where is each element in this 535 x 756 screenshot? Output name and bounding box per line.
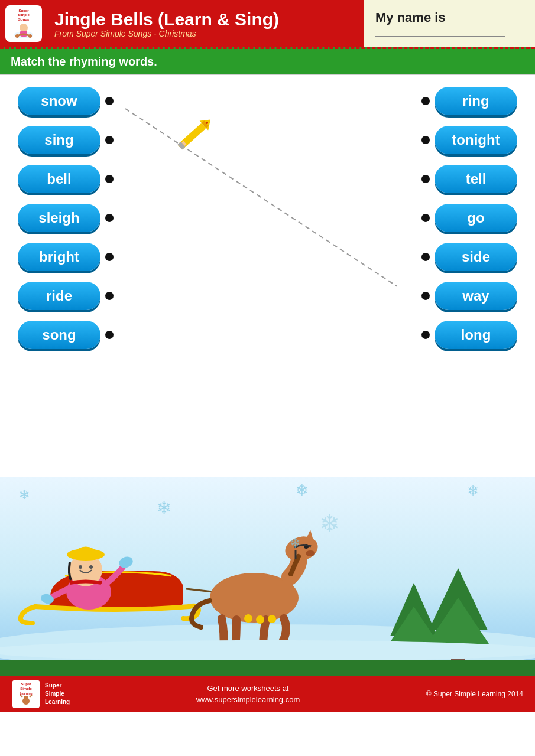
word-button-bright[interactable]: bright	[18, 243, 100, 271]
word-item-go: go	[421, 204, 517, 232]
word-button-way[interactable]: way	[435, 282, 517, 310]
word-button-tonight[interactable]: tonight	[435, 126, 517, 154]
header-title-section: Jingle Bells (Learn & Sing) From Super S…	[47, 0, 364, 47]
footer-green-strip	[0, 660, 535, 676]
word-button-side[interactable]: side	[435, 243, 517, 271]
name-box: My name is	[364, 0, 535, 47]
svg-point-36	[24, 696, 28, 700]
snowflake-4: ❄	[319, 509, 340, 538]
dot-tonight	[421, 136, 430, 144]
logo-illustration	[12, 22, 35, 38]
header-logo: Super Simple Songs	[0, 0, 47, 47]
dot-way	[421, 292, 430, 300]
word-item-song: song	[18, 321, 114, 349]
snowflake-1: ❄	[19, 487, 30, 503]
dot-long	[421, 331, 430, 339]
word-button-go[interactable]: go	[435, 204, 517, 232]
snowflake-3: ❄	[296, 481, 309, 500]
dot-tell	[421, 175, 430, 183]
footer-logo: Super Simple Learning Super Simple Learn…	[12, 680, 70, 708]
page-subtitle: From Super Simple Songs - Christmas	[54, 29, 356, 38]
svg-marker-22	[306, 530, 313, 540]
word-item-long: long	[421, 321, 517, 349]
svg-point-25	[244, 614, 252, 623]
footer-website: www.supersimplelearning.com	[196, 694, 300, 706]
word-button-ring[interactable]: ring	[435, 87, 517, 115]
word-item-tonight: tonight	[421, 126, 517, 154]
svg-line-38	[30, 695, 32, 697]
snowflake-6: ❄	[290, 536, 300, 551]
page-title: Jingle Bells (Learn & Sing)	[54, 9, 356, 29]
word-item-bell: bell	[18, 165, 114, 193]
svg-point-4	[28, 34, 32, 38]
name-line[interactable]	[375, 36, 505, 37]
word-button-sing[interactable]: sing	[18, 126, 100, 154]
word-item-sleigh: sleigh	[18, 204, 114, 232]
svg-point-3	[15, 34, 19, 38]
word-item-side: side	[421, 243, 517, 271]
scene-svg	[0, 477, 535, 660]
instruction-text: Match the rhyming words.	[11, 55, 157, 68]
main-content: snow sing bell sleigh bright ride	[0, 75, 535, 465]
svg-point-17	[89, 565, 93, 569]
footer-get-more: Get more worksheets at	[196, 683, 300, 695]
footer-center: Get more worksheets at www.supersimplele…	[196, 683, 300, 706]
dot-bell	[105, 175, 114, 183]
dot-ring	[421, 97, 430, 105]
word-button-ride[interactable]: ride	[18, 282, 100, 310]
dot-go	[421, 214, 430, 222]
word-item-sing: sing	[18, 126, 114, 154]
svg-point-26	[256, 615, 264, 624]
footer: Super Simple Learning Super Simple Learn…	[0, 676, 535, 712]
svg-line-37	[20, 695, 22, 697]
snowflake-5: ❄	[467, 483, 479, 499]
word-columns: snow sing bell sleigh bright ride	[0, 87, 535, 349]
logo-line2: Simple	[18, 13, 30, 17]
word-button-tell[interactable]: tell	[435, 165, 517, 193]
instruction-bar: Match the rhyming words.	[0, 47, 535, 75]
svg-point-21	[283, 533, 320, 564]
footer-logo-label: Super Simple Learning	[45, 682, 70, 706]
footer-logo-box: Super Simple Learning	[12, 680, 40, 708]
word-button-sleigh[interactable]: sleigh	[18, 204, 100, 232]
word-button-long[interactable]: long	[435, 321, 517, 349]
svg-point-24	[306, 550, 315, 556]
word-item-ride: ride	[18, 282, 114, 310]
word-item-snow: snow	[18, 87, 114, 115]
dot-sing	[105, 136, 114, 144]
dot-song	[105, 331, 114, 339]
dot-ride	[105, 292, 114, 300]
dot-side	[421, 253, 430, 261]
dot-bright	[105, 253, 114, 261]
svg-point-1	[20, 24, 28, 32]
word-item-way: way	[421, 282, 517, 310]
footer-copyright: © Super Simple Learning 2014	[426, 690, 523, 698]
logo-line3: Songs	[18, 18, 29, 22]
snowflake-2: ❄	[157, 497, 171, 518]
svg-point-34	[0, 640, 535, 660]
word-item-ring: ring	[421, 87, 517, 115]
header: Super Simple Songs Jingle Bells (Learn &…	[0, 0, 535, 47]
word-item-tell: tell	[421, 165, 517, 193]
dot-sleigh	[105, 214, 114, 222]
svg-point-16	[79, 565, 82, 569]
word-button-bell[interactable]: bell	[18, 165, 100, 193]
word-button-snow[interactable]: snow	[18, 87, 100, 115]
illustration: ❄ ❄ ❄ ❄ ❄ ❄	[0, 477, 535, 660]
name-label: My name is	[375, 10, 523, 25]
word-button-song[interactable]: song	[18, 321, 100, 349]
svg-point-27	[268, 615, 276, 623]
word-item-bright: bright	[18, 243, 114, 271]
logo-line1: Super	[18, 9, 28, 13]
logo-box: Super Simple Songs	[5, 5, 42, 42]
left-column: snow sing bell sleigh bright ride	[18, 87, 114, 349]
right-column: ring tonight tell go side way	[421, 87, 517, 349]
dot-snow	[105, 97, 114, 105]
